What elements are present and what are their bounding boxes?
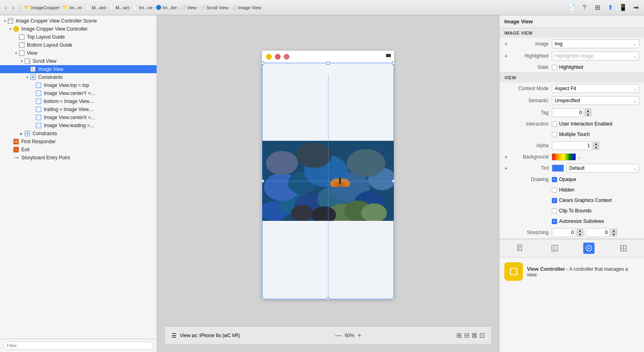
- breadcrumb-item-6[interactable]: 🔵 Im...ller: [156, 5, 177, 10]
- image-plus-btn[interactable]: +: [504, 41, 511, 47]
- zoom-out-button[interactable]: —: [335, 332, 341, 339]
- clears-checkbox[interactable]: [552, 198, 557, 203]
- grid-button[interactable]: ⊞: [592, 3, 602, 12]
- autoresize-row: Autoresize Subviews: [500, 216, 644, 226]
- user-interaction-checkbox[interactable]: [552, 121, 557, 127]
- zoom-in-button[interactable]: +: [357, 332, 361, 339]
- file-icon-4: 📄: [109, 5, 114, 10]
- image-top-placeholder: [262, 63, 394, 141]
- device-button[interactable]: 📱: [618, 3, 628, 12]
- opaque-checkbox[interactable]: [552, 177, 557, 182]
- nav-item-c4[interactable]: = trailing = Image View....: [0, 105, 157, 113]
- forward-button[interactable]: ›: [11, 4, 16, 12]
- stretch-x-down[interactable]: ▼: [577, 233, 583, 237]
- image-select[interactable]: img ⌄: [552, 39, 639, 48]
- nav-item-scrollview[interactable]: Scroll View: [0, 57, 157, 65]
- nav-item-c3[interactable]: = bottom = Image View....: [0, 97, 157, 105]
- nav-item-top-layout[interactable]: Top Layout Guide: [0, 33, 157, 41]
- tint-plus-btn[interactable]: +: [504, 165, 511, 171]
- state-checkbox[interactable]: [552, 65, 557, 70]
- nav-item-controller[interactable]: Image Cropper View Controller: [0, 25, 157, 33]
- autoresize-checkbox[interactable]: [552, 219, 557, 224]
- layout-btn-3[interactable]: ⊠: [472, 331, 477, 339]
- fr-box: FR: [13, 139, 19, 144]
- nav-item-c5[interactable]: = Image View.centerX =...: [0, 113, 157, 121]
- c2-icon: =: [35, 90, 42, 97]
- nav-item-c6[interactable]: = Image View.leading =...: [0, 121, 157, 130]
- opaque-control: Opaque: [552, 177, 639, 182]
- navigator-button[interactable]: ⬆: [605, 3, 615, 12]
- nav-item-c2[interactable]: = Image View.centerY =...: [0, 89, 157, 97]
- stretch-y-stepper: ▲ ▼: [611, 228, 617, 237]
- breadcrumb-item-8[interactable]: ⬜ Scroll View: [200, 5, 228, 10]
- breadcrumb-item-7[interactable]: ⬜ View: [180, 5, 196, 10]
- breadcrumb-item-4[interactable]: 📄 M...se): [109, 5, 129, 10]
- content-mode-select[interactable]: Aspect Fit ⌄: [552, 84, 639, 93]
- alpha-stepper-up[interactable]: ▲: [593, 142, 599, 146]
- breadcrumb-item-3[interactable]: 📄 M...ard: [85, 5, 105, 10]
- tag-input[interactable]: [552, 108, 584, 117]
- help-button[interactable]: ?: [580, 3, 589, 12]
- semantic-row: Semantic Unspecified ⌄: [500, 95, 644, 107]
- breadcrumb-item-5[interactable]: 📄 Im...ne: [132, 5, 153, 10]
- nav-item-storyboard[interactable]: Storyboard Entry Point: [0, 154, 157, 162]
- nav-item-constraints-main[interactable]: Constraints: [0, 130, 157, 138]
- state-control: Highlighted: [552, 64, 639, 70]
- hidden-checkbox[interactable]: [552, 187, 557, 193]
- back-button[interactable]: ‹: [3, 4, 8, 12]
- layout-btn-2[interactable]: ⊟: [464, 331, 469, 339]
- background-plus-btn[interactable]: +: [504, 154, 511, 160]
- layout-btn-4[interactable]: ⊡: [479, 331, 485, 339]
- layout-btn-1[interactable]: ⊞: [456, 331, 462, 339]
- stretch-x-input[interactable]: [552, 228, 576, 237]
- hidden-row: Hidden: [500, 185, 644, 195]
- nav-item-first-responder[interactable]: FR First Responder: [0, 138, 157, 146]
- view-icon-9: ⬜: [231, 5, 237, 10]
- highlighted-select[interactable]: Highlighted Image ⌄: [552, 51, 639, 60]
- filter-input[interactable]: [3, 342, 153, 350]
- svg-rect-0: [8, 19, 13, 23]
- breadcrumb-item-9[interactable]: ⬜ Image View: [231, 5, 261, 10]
- stretch-y-up[interactable]: ▲: [611, 228, 617, 233]
- nav-label-c6: Image View.leading =...: [44, 123, 94, 128]
- tint-control: Default ⌄: [552, 164, 639, 173]
- inspector-tab-size[interactable]: [618, 243, 629, 254]
- autoresize-label: Autoresize Subviews: [559, 218, 604, 224]
- breadcrumb-item-imagecropper[interactable]: 📁 ImageCropper: [24, 5, 59, 10]
- new-file-button[interactable]: 📄: [567, 3, 576, 12]
- inspector-tab-file[interactable]: [514, 243, 526, 254]
- tint-select[interactable]: Default ⌄: [566, 164, 639, 173]
- stretch-x-up[interactable]: ▲: [577, 228, 583, 233]
- nav-item-view[interactable]: View: [0, 49, 157, 57]
- nav-item-constraints-iv[interactable]: Constraints: [0, 73, 157, 81]
- canvas-area: ← ☰ View as: iPhone 6s (wC hR) — 60% + ⊞…: [157, 15, 499, 352]
- semantic-control: Unspecified ⌄: [552, 96, 639, 105]
- highlighted-plus-btn[interactable]: +: [504, 53, 511, 59]
- nav-item-c1[interactable]: = Image View.top = top: [0, 81, 157, 89]
- inspector-tab-quick-help[interactable]: {}: [549, 243, 560, 254]
- panel-toggle-button[interactable]: ☰: [171, 332, 177, 339]
- nav-item-scene[interactable]: Image Cropper View Controller Scene: [0, 17, 157, 25]
- clip-checkbox[interactable]: [552, 208, 557, 214]
- c5-icon: =: [35, 114, 42, 121]
- bottom-layout-icon: [19, 42, 25, 48]
- alpha-input[interactable]: [552, 141, 592, 150]
- breadcrumb-item-2[interactable]: 📁 Im...er: [62, 5, 82, 10]
- forward-nav-button[interactable]: ➡: [631, 3, 641, 12]
- navigator-panel: Image Cropper View Controller Scene Imag…: [0, 15, 157, 352]
- nav-item-bottom-layout[interactable]: Bottom Layout Guide: [0, 41, 157, 49]
- alpha-stepper-down[interactable]: ▼: [593, 146, 599, 150]
- inspector-tab-identity[interactable]: [583, 243, 594, 254]
- tint-color-swatch[interactable]: [552, 165, 564, 172]
- stretch-y-down[interactable]: ▼: [611, 233, 617, 237]
- stretch-y-input[interactable]: [586, 228, 610, 237]
- tag-stepper-down[interactable]: ▼: [585, 113, 591, 117]
- nav-item-exit[interactable]: → Exit: [0, 146, 157, 154]
- nav-item-imageview[interactable]: Image View: [0, 65, 157, 73]
- multiple-touch-checkbox[interactable]: [552, 132, 557, 137]
- inspector-panel: Image View Image View + Image img ⌄ + Hi…: [499, 15, 644, 352]
- background-color-swatch[interactable]: [552, 153, 576, 161]
- semantic-select[interactable]: Unspecified ⌄: [552, 96, 639, 105]
- tag-stepper-up[interactable]: ▲: [585, 109, 591, 113]
- inspector-title: Image View: [504, 19, 533, 25]
